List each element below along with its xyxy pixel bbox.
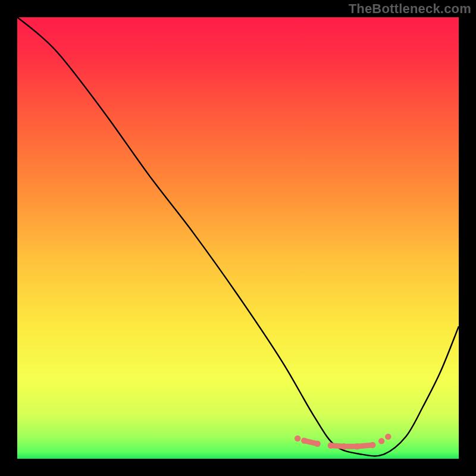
marker-dot bbox=[295, 436, 300, 441]
marker-dot bbox=[328, 443, 334, 449]
marker-dot bbox=[301, 437, 307, 443]
marker-dot bbox=[378, 438, 384, 444]
marker-dot bbox=[369, 442, 375, 448]
marker-dot bbox=[314, 441, 320, 447]
plot-background bbox=[17, 17, 459, 459]
marker-dot bbox=[341, 443, 347, 449]
marker-dot bbox=[354, 443, 360, 449]
chart-wrapper: { "watermark": "TheBottleneck.com", "cha… bbox=[0, 0, 476, 476]
site-watermark: TheBottleneck.com bbox=[349, 1, 471, 17]
bottleneck-chart bbox=[0, 0, 476, 476]
marker-dot bbox=[385, 434, 391, 440]
